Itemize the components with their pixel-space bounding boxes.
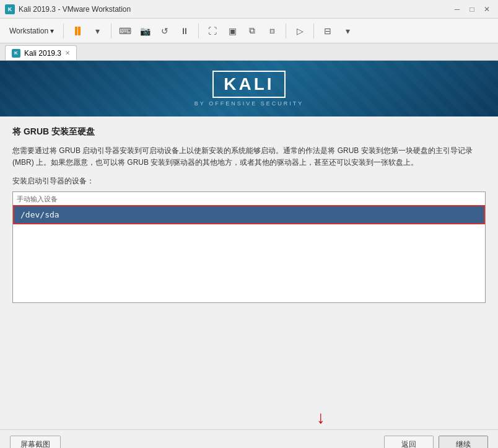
title-bar: K Kali 2019.3 - VMware Workstation ─ □ ✕: [0, 0, 498, 19]
red-arrow-indicator: ↓: [317, 408, 325, 428]
suspend-icon: ⏸: [180, 26, 189, 36]
clone-button[interactable]: ⧈: [263, 22, 281, 40]
navigation-buttons: 返回 继续: [384, 436, 488, 449]
section-title: 将 GRUB 安装至硬盘: [12, 126, 486, 138]
kali-subtitle: BY OFFENSIVE SECURITY: [194, 100, 304, 107]
screenshot-button[interactable]: 屏幕截图: [10, 436, 61, 449]
kali-logo-text: KALI: [212, 71, 285, 98]
send-ctrlaltdel-button[interactable]: ⌨: [116, 22, 134, 40]
kali-logo: KALI BY OFFENSIVE SECURITY: [194, 71, 304, 107]
vm-tab[interactable]: K Kali 2019.3 ✕: [5, 45, 77, 60]
console-button[interactable]: ▷: [291, 22, 308, 40]
settings-dropdown-icon: ▾: [346, 26, 350, 36]
connect-icon: ⊟: [324, 26, 331, 36]
fullscreen-button[interactable]: ⛶: [204, 22, 221, 40]
workstation-menu-button[interactable]: Workstation ▾: [5, 22, 58, 40]
device-item-sda[interactable]: /dev/sda: [13, 205, 485, 224]
bottom-bar: 屏幕截图 ↓ 返回 继续: [0, 429, 498, 448]
toolbar-dropdown-button[interactable]: ▾: [89, 22, 106, 40]
toolbar-separator-5: [313, 24, 314, 38]
settings-button[interactable]: ▾: [339, 22, 356, 40]
unity-button[interactable]: ▣: [224, 22, 241, 40]
tab-close-button[interactable]: ✕: [65, 50, 70, 56]
snapshot-button[interactable]: 📷: [136, 22, 154, 40]
fullscreen-icon: ⛶: [208, 26, 217, 36]
toolbar-separator-2: [111, 24, 111, 38]
revert-icon: ↺: [161, 26, 168, 36]
app-icon: K: [5, 4, 15, 14]
minimize-button[interactable]: ─: [451, 3, 463, 15]
toolbar-separator-1: [63, 24, 64, 38]
vm-tab-label: Kali 2019.3: [24, 49, 61, 58]
pause-icon: [75, 27, 81, 35]
main-panel: 将 GRUB 安装至硬盘 您需要通过将 GRUB 启动引导器安装到可启动设备上以…: [0, 116, 498, 429]
clone-icon: ⧈: [269, 25, 275, 36]
suspend-button[interactable]: ⏸: [176, 22, 193, 40]
workstation-label: Workstation: [9, 27, 48, 35]
back-button[interactable]: 返回: [384, 436, 434, 449]
chevron-down-icon: ▾: [95, 26, 100, 36]
view-icon: ⧉: [249, 25, 255, 36]
view-button[interactable]: ⧉: [243, 22, 261, 40]
window-controls: ─ □ ✕: [451, 3, 493, 15]
unity-icon: ▣: [229, 26, 237, 36]
toolbar-separator-4: [286, 24, 286, 38]
toolbar-separator-3: [198, 24, 199, 38]
kali-banner: KALI BY OFFENSIVE SECURITY: [0, 61, 498, 116]
maximize-button[interactable]: □: [466, 3, 478, 15]
toolbar: Workstation ▾ ▾ ⌨ 📷 ↺ ⏸ ⛶ ▣ ⧉ ⧈ ▷ ⊟: [0, 19, 498, 43]
close-button[interactable]: ✕: [481, 3, 493, 15]
dropdown-arrow-icon: ▾: [50, 27, 54, 35]
camera-icon: 📷: [140, 26, 151, 36]
window-title: Kali 2019.3 - VMware Workstation: [19, 5, 451, 14]
continue-button[interactable]: 继续: [439, 436, 488, 449]
console-icon: ▷: [297, 26, 304, 36]
install-label: 安装启动引导器的设备：: [12, 176, 486, 187]
vm-content: KALI BY OFFENSIVE SECURITY 将 GRUB 安装至硬盘 …: [0, 61, 498, 429]
revert-button[interactable]: ↺: [156, 22, 173, 40]
tab-bar: K Kali 2019.3 ✕: [0, 43, 498, 61]
pause-button[interactable]: [69, 22, 86, 40]
connect-button[interactable]: ⊟: [319, 22, 336, 40]
device-list[interactable]: 手动输入设备 /dev/sda: [12, 191, 486, 303]
description-text: 您需要通过将 GRUB 启动引导器安装到可启动设备上以使新安装的系统能够启动。通…: [12, 145, 486, 169]
vm-tab-icon: K: [12, 49, 20, 58]
manual-input-label: 手动输入设备: [13, 192, 485, 205]
keyboard-icon: ⌨: [119, 26, 131, 36]
